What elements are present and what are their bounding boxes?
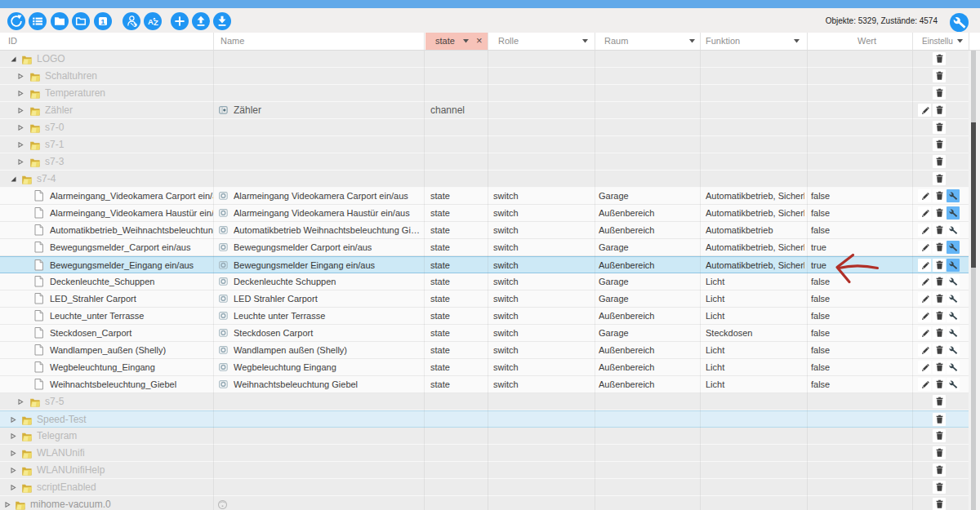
svg-text:1: 1 xyxy=(100,17,105,26)
svg-text:A: A xyxy=(148,17,154,26)
